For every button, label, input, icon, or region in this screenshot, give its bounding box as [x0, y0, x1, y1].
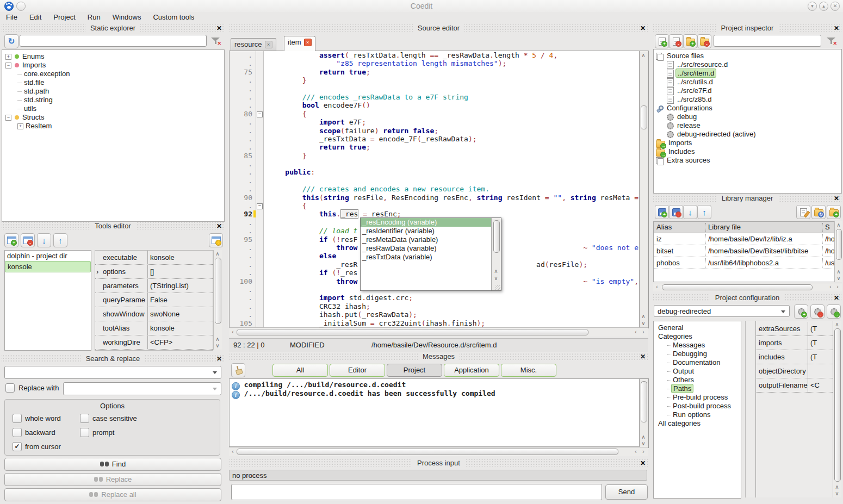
category-item[interactable]: Output	[657, 367, 741, 376]
project-tree-item[interactable]: ../src/resource.d	[656, 60, 841, 69]
replace-term-combobox[interactable]	[63, 382, 221, 395]
tab-resource[interactable]: resource×	[231, 38, 276, 51]
category-item[interactable]: Messages	[657, 341, 741, 350]
table-row[interactable]: iz/home/basile/Dev/Iz/lib/iz.a/ho	[654, 233, 834, 245]
configuration-selector[interactable]: debug-redirected	[654, 305, 790, 317]
category-item[interactable]: Run options	[657, 410, 741, 419]
tree-item[interactable]: std.string	[5, 96, 224, 104]
tab-item[interactable]: item×	[284, 36, 315, 51]
project-tree-item[interactable]: release	[656, 121, 841, 130]
tree-item[interactable]: std.path	[5, 87, 224, 96]
fold-icon[interactable]: −	[257, 203, 263, 209]
category-item[interactable]: Debugging	[657, 350, 741, 358]
property-row[interactable]: objectDirectory	[756, 364, 833, 378]
code-line[interactable]: . ihash.put(_resRawData);	[230, 310, 639, 319]
tab-close-icon[interactable]: ×	[265, 41, 272, 48]
menu-item-project[interactable]: Project	[47, 12, 81, 23]
find-button[interactable]: Find	[4, 458, 221, 471]
library-from-folder-button[interactable]: ↻	[811, 205, 826, 219]
project-tree-item[interactable]: →Includes	[656, 147, 841, 156]
code-line[interactable]: 80− {	[230, 110, 639, 118]
filter-button-misc[interactable]: Misc.	[501, 364, 556, 377]
filter-button-project[interactable]: Project	[387, 364, 442, 377]
property-row[interactable]: showWindowswoNone	[95, 307, 213, 321]
category-item[interactable]: General	[657, 323, 741, 332]
property-value[interactable]: False	[150, 293, 212, 307]
category-item[interactable]: Documentation	[657, 358, 741, 367]
property-value[interactable]: konsole	[150, 251, 212, 264]
inspector-filter-clear-button[interactable]: ✕	[825, 34, 838, 47]
add-folder-button[interactable]: +	[683, 34, 697, 48]
code-line[interactable]: . CRC32 ihash;	[230, 302, 639, 310]
checkbox-whole-word[interactable]	[13, 414, 22, 423]
expand-icon[interactable]: +	[5, 54, 11, 60]
messages-list[interactable]: i compiling /.../build/resource.d.coedit…	[229, 378, 640, 447]
tool-run-button[interactable]: ⚡	[209, 233, 223, 247]
property-value[interactable]: (T	[810, 322, 833, 335]
tree-item[interactable]: utils	[5, 104, 224, 113]
project-tree-item[interactable]: Extra sources	[656, 156, 841, 165]
property-row[interactable]: includes(T	[756, 350, 833, 364]
tree-item[interactable]: core.exception	[5, 70, 224, 78]
property-row[interactable]: ›options[]	[95, 265, 213, 279]
library-remove-button[interactable]: -	[669, 205, 683, 219]
completion-item[interactable]: _resRawData (variable)	[361, 244, 492, 253]
category-item[interactable]: Categories	[657, 332, 741, 341]
refresh-button[interactable]: ↻	[4, 34, 18, 48]
category-item[interactable]: Paths	[657, 384, 741, 393]
menu-item-windows[interactable]: Windows	[107, 12, 147, 23]
code-line[interactable]: . "z85 representation length mismatches"…	[230, 59, 639, 67]
column-header[interactable]: Alias	[654, 222, 708, 233]
library-add-button[interactable]: +	[655, 205, 669, 219]
property-row[interactable]: parameters(TStringList)	[95, 279, 213, 293]
category-item[interactable]: All categories	[657, 419, 741, 428]
filter-clear-button[interactable]: ✕	[209, 34, 222, 47]
code-line[interactable]: 75 return true;	[230, 68, 639, 76]
tool-add-button[interactable]: +	[4, 233, 18, 247]
menu-item-edit[interactable]: Edit	[23, 12, 47, 23]
library-add-folder-button[interactable]: +	[827, 205, 841, 219]
editor-vscrollbar[interactable]: ∧ ∧∨	[639, 51, 649, 328]
table-row[interactable]: phobos/usr/lib64/libphobos2.a/us	[654, 257, 834, 269]
category-item[interactable]: Post-build process	[657, 402, 741, 410]
completion-item[interactable]: _resMetaData (variable)	[361, 235, 492, 244]
filter-button-application[interactable]: Application	[444, 364, 499, 377]
config-add-button[interactable]: +	[794, 304, 808, 319]
checkbox-prompt[interactable]	[80, 428, 89, 437]
collapse-icon[interactable]: −	[5, 115, 11, 121]
resize-grip-icon[interactable]	[495, 285, 500, 290]
property-value[interactable]: (TStringList)	[150, 279, 212, 293]
search-term-combobox[interactable]	[4, 366, 221, 379]
project-tree-item[interactable]: debug-redirected (active)	[656, 130, 841, 139]
code-line[interactable]: . assert(_resTxtData.length == _resRawDa…	[230, 51, 639, 59]
process-input-field[interactable]	[231, 484, 602, 500]
library-move-down-button[interactable]: ↓	[683, 205, 697, 219]
inspector-filter-input[interactable]	[714, 35, 821, 47]
project-tree[interactable]: Source files../src/resource.d../src/item…	[653, 49, 842, 194]
close-icon[interactable]: ✕	[830, 2, 840, 11]
code-line[interactable]: .	[230, 85, 639, 93]
config-properties-grid[interactable]: extraSources(Timports(Tincludes(TobjectD…	[745, 321, 833, 497]
tools-editor-close-icon[interactable]: ✕	[216, 222, 222, 231]
project-tree-item[interactable]: ../src/item.d	[656, 69, 841, 78]
completion-popup[interactable]: _resEncoding (variable)_resIdentifier (v…	[360, 217, 501, 291]
tool-move-up-button[interactable]: ↑	[53, 233, 67, 247]
menu-item-run[interactable]: Run	[82, 12, 107, 23]
code-line[interactable]: .	[230, 160, 639, 168]
send-button[interactable]: Send	[605, 484, 648, 500]
code-line[interactable]: 85 }	[230, 152, 639, 160]
project-tree-item[interactable]: ../src/e7F.d	[656, 86, 841, 95]
code-line[interactable]: . /// encodes _resRawData to a e7F strin…	[230, 93, 639, 101]
project-tree-item[interactable]: debug	[656, 113, 841, 121]
property-value[interactable]: []	[150, 265, 212, 278]
project-tree-item[interactable]: ../src/utils.d	[656, 78, 841, 86]
static-explorer-tree[interactable]: +Enums−Importscore.exceptionstd.filestd.…	[2, 49, 225, 222]
completion-item[interactable]: _resTxtData (variable)	[361, 253, 492, 262]
list-item[interactable]: dolphin - project dir	[5, 251, 91, 261]
property-row[interactable]: outputFilename<C	[756, 378, 833, 393]
config-activate-button[interactable]: →	[827, 304, 841, 319]
collapse-icon[interactable]: −	[5, 63, 11, 69]
fold-icon[interactable]: −	[257, 111, 263, 117]
messages-vscrollbar[interactable]: ∧∨	[639, 378, 649, 448]
code-line[interactable]: . return true;	[230, 143, 639, 151]
